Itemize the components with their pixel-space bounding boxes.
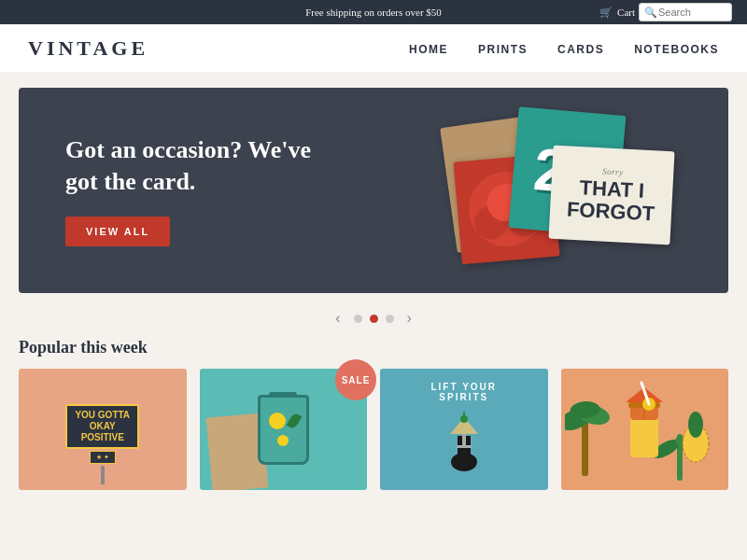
cart-button[interactable]: 🛒 Cart	[599, 7, 635, 19]
product-card-2[interactable]: SALE	[200, 369, 368, 490]
top-banner: Free shipping on orders over $50 🛒 Cart …	[0, 0, 747, 24]
nav-link-prints[interactable]: PRINTS	[478, 43, 528, 56]
nav-links: HOME PRINTS CARDS NOTEBOOKS	[409, 40, 719, 57]
cart-icon: 🛒	[599, 7, 613, 19]
product-image-1: YOU GOTTAOKAYPOSITIVE ★ ✦	[19, 369, 187, 490]
hero-text-block: Got an occasion? We've got the card. VIE…	[65, 134, 327, 246]
nav-link-notebooks[interactable]: NOTEBOOKS	[634, 43, 719, 56]
search-icon: 🔍	[644, 7, 657, 19]
svg-rect-11	[582, 420, 588, 476]
nav-item-home[interactable]: HOME	[409, 40, 448, 57]
card-sorry-top-text: Sorry	[602, 166, 624, 176]
sign-main-text: YOU GOTTAOKAYPOSITIVE	[65, 404, 139, 449]
nav-item-cards[interactable]: CARDS	[557, 40, 604, 57]
cart-label: Cart	[617, 7, 635, 18]
carousel-dot-2[interactable]	[370, 315, 378, 323]
sale-badge: SALE	[335, 359, 376, 400]
hero-banner: Got an occasion? We've got the card. VIE…	[19, 88, 728, 293]
svg-point-9	[460, 415, 468, 423]
hero-headline: Got an occasion? We've got the card.	[65, 134, 327, 198]
popular-section: Popular this week YOU GOTTAOKAYPOSITIVE …	[0, 334, 747, 490]
carousel-dot-1[interactable]	[354, 315, 362, 323]
lemon	[269, 413, 286, 429]
product-3-bg: LIFT YOURSPIRITS	[380, 369, 548, 490]
search-box: 🔍	[639, 3, 732, 21]
product-card-1[interactable]: YOU GOTTAOKAYPOSITIVE ★ ✦	[19, 369, 187, 490]
nav-link-home[interactable]: HOME	[409, 43, 448, 56]
lift-your-spirits-text: LIFT YOURSPIRITS	[430, 382, 497, 402]
hero-cta-button[interactable]: VIEW ALL	[65, 217, 170, 246]
pitcher-contents	[261, 407, 306, 452]
product-4-bg	[561, 369, 729, 490]
lemon-small	[277, 435, 289, 446]
popular-section-title: Popular this week	[19, 338, 728, 357]
hero-card-illustration: 21 Sorry THAT IFORGOT	[439, 102, 682, 279]
main-nav: VINTAGE HOME PRINTS CARDS NOTEBOOKS	[0, 24, 747, 73]
sign-stem	[101, 466, 105, 484]
sign-sub-text: ★ ✦	[90, 451, 116, 464]
site-logo: VINTAGE	[28, 36, 148, 61]
hand-glass-svg	[441, 408, 487, 473]
svg-rect-8	[457, 445, 472, 448]
card-sorry-main-text: THAT IFORGOT	[566, 175, 656, 225]
product-1-bg: YOU GOTTAOKAYPOSITIVE ★ ✦	[19, 369, 187, 490]
carousel-controls: ‹ ›	[0, 308, 747, 329]
hand-wrapper	[441, 408, 487, 477]
carousel-next-button[interactable]: ›	[402, 308, 417, 329]
product-card-4[interactable]	[561, 369, 729, 490]
svg-point-26	[688, 412, 703, 438]
products-grid: YOU GOTTAOKAYPOSITIVE ★ ✦ SALE	[19, 369, 728, 490]
svg-rect-7	[462, 434, 466, 445]
nav-item-notebooks[interactable]: NOTEBOOKS	[634, 40, 719, 57]
nav-link-cards[interactable]: CARDS	[557, 43, 604, 56]
pitcher-illustration	[258, 395, 309, 465]
carousel-dot-3[interactable]	[386, 315, 394, 323]
product-card-3[interactable]: LIFT YOURSPIRITS	[380, 369, 548, 490]
leaf	[287, 413, 303, 430]
product-image-4	[561, 369, 729, 490]
sign-illustration: YOU GOTTAOKAYPOSITIVE ★ ✦	[65, 404, 139, 484]
carousel-prev-button[interactable]: ‹	[330, 308, 345, 329]
card-sorry: Sorry THAT IFORGOT	[548, 146, 674, 245]
promo-text: Free shipping on orders over $50	[305, 7, 442, 18]
product-image-3: LIFT YOURSPIRITS	[380, 369, 548, 490]
tropical-svg	[565, 369, 724, 490]
hand-glass-illustration	[441, 408, 487, 477]
nav-item-prints[interactable]: PRINTS	[478, 40, 528, 57]
